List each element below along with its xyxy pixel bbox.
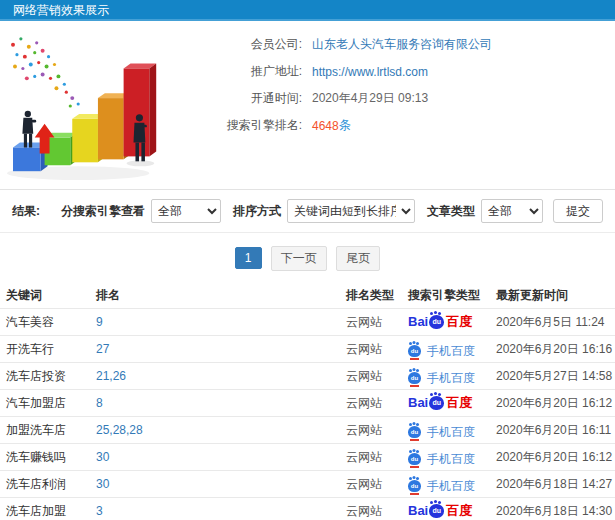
baidu-logo-cn: 百度 (446, 396, 472, 409)
baidu-logo-du: du (432, 399, 441, 406)
header-keyword: 关键词 (6, 287, 96, 304)
header-updated: 最新更新时间 (496, 287, 615, 304)
baidu-logo: Bai du 百度 (408, 315, 472, 329)
header-engine-type: 搜索引擎类型 (408, 287, 496, 304)
article-type-label: 文章类型 (427, 203, 475, 220)
mobile-baidu-label: 手机百度 (427, 372, 475, 384)
keyword-cell: 开洗车行 (6, 341, 96, 358)
field-member-company: 会员公司: 山东老人头汽车服务咨询有限公司 (190, 31, 615, 58)
mobile-baidu-label: 手机百度 (427, 426, 475, 438)
table-row: 洗车店投资 21,26 云网站 du 手机百度 2020年5月27日 14:58 (0, 362, 615, 389)
engine-cell: Bai du 百度 (408, 504, 496, 519)
baidu-logo-bai: Bai (408, 504, 428, 517)
confetti-dots (11, 37, 80, 107)
updated-cell: 2020年5月27日 14:58 (496, 368, 615, 385)
next-page-button[interactable]: 下一页 (271, 246, 327, 271)
keyword-cell: 汽车美容 (6, 314, 96, 331)
header-rank-type: 排名类型 (346, 287, 408, 304)
keyword-cell: 洗车店利润 (6, 476, 96, 493)
promo-url-label: 推广地址: (190, 63, 302, 80)
rank-type-cell: 云网站 (346, 314, 408, 331)
mobile-baidu-label: 手机百度 (427, 480, 475, 492)
bar-chart-illustration (0, 27, 186, 187)
keyword-cell: 加盟洗车店 (6, 422, 96, 439)
mobile-baidu-du: du (411, 429, 418, 435)
mobile-baidu-paw-icon: du (408, 372, 421, 384)
baidu-logo-bai: Bai (408, 396, 428, 409)
table-row: 加盟洗车店 25,28,28 云网站 du 手机百度 2020年6月20日 16… (0, 416, 615, 443)
rank-link[interactable]: 21,26 (96, 369, 346, 383)
table-header-row: 关键词 排名 排名类型 搜索引擎类型 最新更新时间 (0, 282, 615, 308)
engine-rank-count: 4648 (312, 119, 339, 133)
businessman-left (22, 111, 36, 148)
page-header: 网络营销效果展示 (0, 0, 615, 21)
open-time-value: 2020年4月29日 09:13 (312, 90, 428, 107)
engine-cell: du 手机百度 (408, 423, 496, 438)
updated-cell: 2020年6月5日 11:24 (496, 314, 615, 331)
results-table: 关键词 排名 排名类型 搜索引擎类型 最新更新时间 汽车美容 9 云网站 Bai… (0, 282, 615, 520)
page-title: 网络营销效果展示 (13, 3, 109, 17)
filter-bar: 结果: 分搜索引擎查看 全部 排序方式 关键词由短到长排序 文章类型 全部 提交 (0, 189, 615, 233)
article-type-select[interactable]: 全部 (481, 199, 543, 223)
last-page-button[interactable]: 尾页 (336, 246, 380, 271)
result-label: 结果: (12, 203, 40, 220)
baidu-paw-icon: du (429, 315, 444, 329)
baidu-logo: Bai du 百度 (408, 396, 472, 410)
mobile-baidu-badge: du 手机百度 (408, 480, 475, 492)
company-info-fields: 会员公司: 山东老人头汽车服务咨询有限公司 推广地址: https://www.… (190, 21, 615, 139)
rank-link[interactable]: 9 (96, 315, 346, 329)
rank-link[interactable]: 30 (96, 477, 346, 491)
mobile-baidu-du: du (411, 456, 418, 462)
rank-link[interactable]: 25,28,28 (96, 423, 346, 437)
engine-filter-select[interactable]: 全部 (151, 199, 221, 223)
engine-cell: Bai du 百度 (408, 396, 496, 411)
baidu-logo-cn: 百度 (446, 315, 472, 328)
keyword-cell: 洗车店加盟 (6, 503, 96, 520)
keyword-cell: 洗车店投资 (6, 368, 96, 385)
mobile-baidu-badge: du 手机百度 (408, 345, 475, 357)
engine-cell: Bai du 百度 (408, 315, 496, 330)
field-promo-url: 推广地址: https://www.lrtlsd.com (190, 58, 615, 85)
rank-type-cell: 云网站 (346, 395, 408, 412)
baidu-logo-du: du (432, 318, 441, 325)
engine-cell: du 手机百度 (408, 477, 496, 492)
rank-link[interactable]: 27 (96, 342, 346, 356)
mobile-baidu-paw-icon: du (408, 480, 421, 492)
page-1-button[interactable]: 1 (235, 247, 262, 269)
mobile-baidu-paw-icon: du (408, 453, 421, 465)
member-company-label: 会员公司: (190, 36, 302, 53)
rank-link[interactable]: 3 (96, 504, 346, 518)
mobile-baidu-label: 手机百度 (427, 453, 475, 465)
sort-filter-select[interactable]: 关键词由短到长排序 (287, 199, 415, 223)
baidu-logo-bai: Bai (408, 315, 428, 328)
engine-cell: du 手机百度 (408, 450, 496, 465)
updated-cell: 2020年6月20日 16:12 (496, 449, 615, 466)
mobile-baidu-paw-icon: du (408, 426, 421, 438)
mobile-baidu-paw-icon: du (408, 345, 421, 357)
mobile-baidu-du: du (411, 348, 418, 354)
updated-cell: 2020年6月20日 16:16 (496, 341, 615, 358)
mobile-baidu-du: du (411, 375, 418, 381)
submit-button[interactable]: 提交 (553, 199, 603, 223)
open-time-label: 开通时间: (190, 90, 302, 107)
rank-link[interactable]: 30 (96, 450, 346, 464)
baidu-paw-icon: du (429, 396, 444, 410)
table-row: 汽车美容 9 云网站 Bai du 百度 2020年6月5日 11:24 (0, 308, 615, 335)
table-body: 汽车美容 9 云网站 Bai du 百度 2020年6月5日 11:24 开洗车… (0, 308, 615, 520)
engine-rank-unit: 条 (339, 117, 351, 134)
rank-type-cell: 云网站 (346, 422, 408, 439)
member-company-link[interactable]: 山东老人头汽车服务咨询有限公司 (312, 36, 492, 53)
mobile-baidu-badge: du 手机百度 (408, 426, 475, 438)
updated-cell: 2020年6月20日 16:12 (496, 395, 615, 412)
table-row: 汽车加盟店 8 云网站 Bai du 百度 2020年6月20日 16:12 (0, 389, 615, 416)
field-engine-rank: 搜索引擎排名: 4648 条 (190, 112, 615, 139)
updated-cell: 2020年6月18日 14:27 (496, 476, 615, 493)
rank-type-cell: 云网站 (346, 503, 408, 520)
header-rank: 排名 (96, 287, 346, 304)
keyword-cell: 汽车加盟店 (6, 395, 96, 412)
filter-controls: 分搜索引擎查看 全部 排序方式 关键词由短到长排序 文章类型 全部 提交 (49, 199, 603, 223)
keyword-cell: 洗车赚钱吗 (6, 449, 96, 466)
rank-link[interactable]: 8 (96, 396, 346, 410)
promo-url-link[interactable]: https://www.lrtlsd.com (312, 65, 428, 79)
baidu-logo-du: du (432, 507, 441, 514)
